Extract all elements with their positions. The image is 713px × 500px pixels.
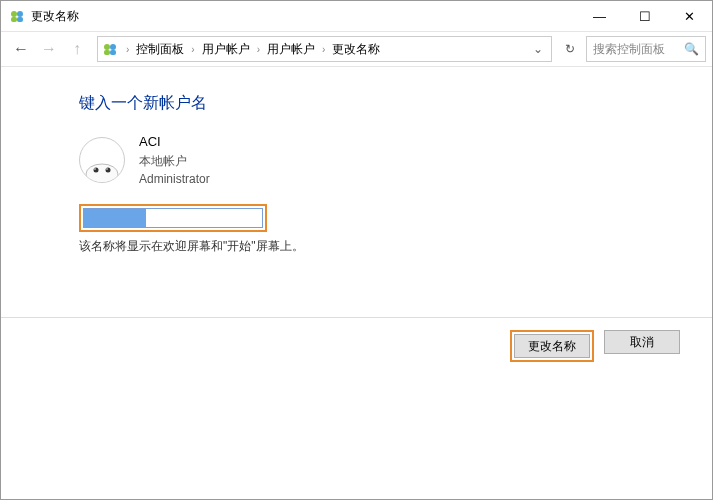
up-button[interactable]: ↑ <box>63 35 91 63</box>
svg-point-5 <box>110 44 116 50</box>
svg-point-10 <box>106 167 111 172</box>
maximize-button[interactable]: ☐ <box>622 1 667 31</box>
input-highlight-box <box>79 204 267 232</box>
svg-point-12 <box>106 168 108 170</box>
titlebar: 更改名称 — ☐ ✕ <box>1 1 712 31</box>
svg-rect-3 <box>17 17 23 22</box>
change-name-button[interactable]: 更改名称 <box>514 334 590 358</box>
svg-point-11 <box>94 168 96 170</box>
svg-rect-6 <box>104 50 110 55</box>
chevron-right-icon: › <box>257 44 260 55</box>
app-icon <box>9 8 25 24</box>
avatar <box>79 137 125 183</box>
account-name: ACI <box>139 132 210 152</box>
window-controls: — ☐ ✕ <box>577 1 712 31</box>
breadcrumb-item[interactable]: 控制面板 <box>133 39 187 60</box>
hint-text: 该名称将显示在欢迎屏幕和"开始"屏幕上。 <box>79 238 712 255</box>
svg-point-4 <box>104 44 110 50</box>
page-heading: 键入一个新帐户名 <box>79 93 712 114</box>
new-name-input[interactable] <box>83 208 263 228</box>
svg-rect-2 <box>11 17 17 22</box>
navigation-bar: ← → ↑ › 控制面板 › 用户帐户 › 用户帐户 › 更改名称 ⌄ ↻ 搜索… <box>1 31 712 67</box>
primary-button-highlight: 更改名称 <box>510 330 594 362</box>
svg-point-1 <box>17 11 23 17</box>
breadcrumb-item[interactable]: 用户帐户 <box>264 39 318 60</box>
close-button[interactable]: ✕ <box>667 1 712 31</box>
chevron-right-icon: › <box>126 44 129 55</box>
account-type: 本地帐户 <box>139 152 210 170</box>
breadcrumb-icon <box>102 41 118 57</box>
search-icon: 🔍 <box>684 42 699 56</box>
back-button[interactable]: ← <box>7 35 35 63</box>
window-title: 更改名称 <box>31 8 577 25</box>
account-info: ACI 本地帐户 Administrator <box>79 132 712 188</box>
button-row: 更改名称 取消 <box>1 317 712 362</box>
svg-point-9 <box>94 167 99 172</box>
svg-point-8 <box>86 164 118 182</box>
main-content: 键入一个新帐户名 ACI 本地帐户 Administrator 该名称将显示在欢… <box>1 67 712 255</box>
svg-rect-7 <box>110 50 116 55</box>
search-input[interactable]: 搜索控制面板 🔍 <box>586 36 706 62</box>
breadcrumb-dropdown[interactable]: ⌄ <box>529 42 547 56</box>
breadcrumb[interactable]: › 控制面板 › 用户帐户 › 用户帐户 › 更改名称 ⌄ <box>97 36 552 62</box>
svg-point-0 <box>11 11 17 17</box>
search-placeholder: 搜索控制面板 <box>593 41 684 58</box>
cancel-button[interactable]: 取消 <box>604 330 680 354</box>
breadcrumb-item[interactable]: 更改名称 <box>329 39 383 60</box>
breadcrumb-item[interactable]: 用户帐户 <box>199 39 253 60</box>
refresh-button[interactable]: ↻ <box>558 42 582 56</box>
chevron-right-icon: › <box>322 44 325 55</box>
minimize-button[interactable]: — <box>577 1 622 31</box>
account-role: Administrator <box>139 170 210 188</box>
forward-button[interactable]: → <box>35 35 63 63</box>
chevron-right-icon: › <box>191 44 194 55</box>
